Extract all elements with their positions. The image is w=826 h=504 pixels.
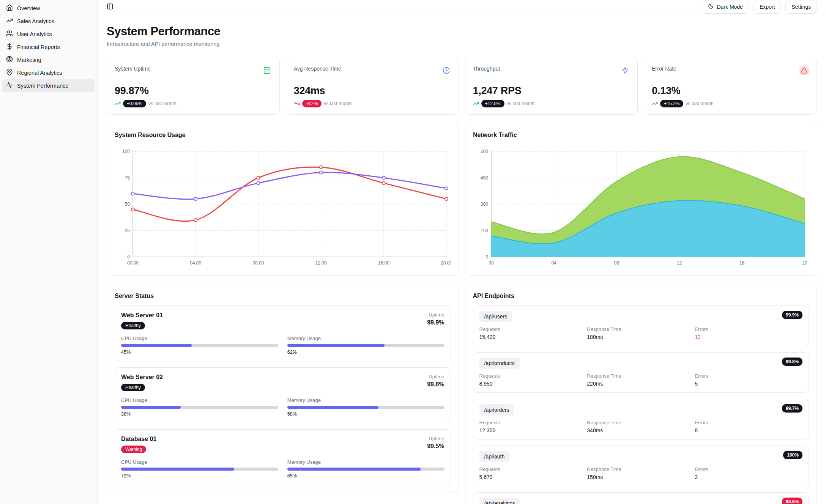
kpi-card: Throughput 1,247 RPS +12.5% vs last mont… bbox=[465, 58, 638, 115]
kpi-delta-row: +12.5% vs last month bbox=[473, 100, 630, 107]
requests-label: Requests bbox=[479, 326, 587, 332]
map-pin-icon bbox=[6, 69, 13, 76]
svg-text:0: 0 bbox=[127, 254, 130, 260]
server-status-badge: Warning bbox=[121, 446, 146, 453]
server-card-header: Database 01 Warning Uptime 99.5% bbox=[121, 436, 445, 453]
memory-usage-bar-fill bbox=[287, 406, 378, 409]
settings-button[interactable]: Settings bbox=[785, 0, 817, 14]
cpu-usage-label: CPU Usage bbox=[121, 459, 278, 465]
bottom-row: Server Status Web Server 01 Healthy Upti… bbox=[107, 285, 817, 504]
svg-text:08: 08 bbox=[614, 260, 620, 266]
sidebar-item-icon-wrap bbox=[6, 69, 13, 77]
sidebar-item-marketing[interactable]: Marketing bbox=[2, 54, 95, 66]
endpoint-card-header: /api/orders 99.7% bbox=[479, 404, 803, 416]
endpoint-list: /api/users 99.9% Requests 15,420 Respons… bbox=[473, 306, 809, 504]
server-metrics: CPU Usage 38% Memory Usage 58% bbox=[121, 397, 445, 417]
series-purple-line bbox=[131, 171, 448, 200]
endpoint-path: /api/products bbox=[479, 358, 520, 369]
app-root: Overview Sales Analytics User Analytics … bbox=[0, 0, 826, 504]
cpu-usage-bar-fill bbox=[121, 406, 181, 409]
topbar-actions: Dark Mode Export Settings bbox=[702, 0, 817, 14]
server-metrics: CPU Usage 72% Memory Usage 85% bbox=[121, 459, 445, 479]
svg-text:100: 100 bbox=[122, 149, 130, 154]
page-content: System Performance Infrastructure and AP… bbox=[98, 14, 826, 504]
sidebar-item-user-analytics[interactable]: User Analytics bbox=[2, 28, 95, 40]
dark-mode-label: Dark Mode bbox=[717, 4, 742, 10]
kpi-icon-wrap bbox=[799, 66, 809, 75]
sidebar-item-label: Regional Analytics bbox=[17, 70, 62, 76]
sidebar-item-icon-wrap bbox=[6, 30, 13, 38]
sidebar-item-label: User Analytics bbox=[17, 31, 52, 37]
endpoint-card-header: /api/products 99.8% bbox=[479, 358, 803, 369]
errors-label: Errors bbox=[695, 373, 802, 379]
svg-text:12: 12 bbox=[677, 260, 682, 266]
resource-usage-card: System Resource Usage 025507510000:0004:… bbox=[107, 124, 459, 276]
sidebar-item-sales-analytics[interactable]: Sales Analytics bbox=[2, 15, 95, 27]
resource-usage-chart-wrap: 025507510000:0004:0008:0012:0016:0020:00 bbox=[115, 147, 451, 271]
svg-text:20:00: 20:00 bbox=[441, 260, 451, 266]
dark-mode-button[interactable]: Dark Mode bbox=[702, 0, 749, 14]
kpi-card: Avg Response Time 324ms -8.2% vs last mo… bbox=[286, 58, 459, 115]
alert-triangle-icon bbox=[801, 67, 808, 74]
endpoint-stats: Requests 12,300 Response Time 340ms Erro… bbox=[479, 420, 803, 433]
memory-usage-bar-fill bbox=[287, 468, 421, 471]
endpoint-requests: Requests 5,670 bbox=[479, 466, 587, 480]
endpoint-status-badge: 100% bbox=[783, 451, 802, 459]
server-name: Web Server 01 bbox=[121, 312, 163, 319]
sidebar-toggle-button[interactable] bbox=[107, 3, 113, 11]
memory-usage-percent: 85% bbox=[287, 473, 445, 479]
memory-usage-metric: Memory Usage 62% bbox=[287, 335, 445, 355]
export-label: Export bbox=[760, 4, 775, 10]
server-card: Database 01 Warning Uptime 99.5% CPU Usa… bbox=[115, 429, 451, 485]
kpi-card-header: Error Rate bbox=[652, 66, 809, 75]
memory-usage-metric: Memory Usage 85% bbox=[287, 459, 445, 479]
server-icon bbox=[263, 67, 271, 74]
endpoint-card: /api/users 99.9% Requests 15,420 Respons… bbox=[473, 306, 809, 346]
cpu-usage-percent: 38% bbox=[121, 411, 278, 417]
kpi-value: 99.87% bbox=[115, 85, 272, 97]
page-subtitle: Infrastructure and API performance monit… bbox=[107, 41, 817, 47]
response-time-value: 150ms bbox=[587, 474, 695, 480]
kpi-delta-note: vs last month bbox=[507, 101, 535, 106]
sidebar-item-label: System Performance bbox=[17, 83, 68, 89]
trending-up-icon bbox=[473, 101, 479, 107]
kpi-delta-row: -8.2% vs last month bbox=[294, 100, 451, 107]
response-time-value: 340ms bbox=[587, 427, 695, 433]
server-uptime-block: Uptime 99.5% bbox=[427, 436, 444, 453]
svg-text:16: 16 bbox=[739, 260, 745, 266]
server-card-header: Web Server 02 Healthy Uptime 99.8% bbox=[121, 374, 445, 391]
kpi-card: System Uptime 99.87% +0.05% vs last mont… bbox=[107, 58, 280, 115]
sidebar-item-system-performance[interactable]: System Performance bbox=[2, 79, 95, 92]
kpi-delta-badge: -8.2% bbox=[302, 100, 322, 107]
settings-label: Settings bbox=[791, 4, 811, 10]
sidebar-item-financial-reports[interactable]: Financial Reports bbox=[2, 41, 95, 53]
server-uptime-block: Uptime 99.9% bbox=[427, 312, 444, 329]
svg-text:0: 0 bbox=[486, 254, 488, 260]
sidebar-item-regional-analytics[interactable]: Regional Analytics bbox=[2, 66, 95, 79]
endpoint-card-header: /api/auth 100% bbox=[479, 451, 803, 462]
server-list: Web Server 01 Healthy Uptime 99.9% CPU U… bbox=[115, 306, 451, 485]
svg-text:04:00: 04:00 bbox=[190, 260, 201, 266]
kpi-delta-row: +0.05% vs last month bbox=[115, 100, 272, 107]
export-button[interactable]: Export bbox=[753, 0, 781, 14]
memory-usage-bar-track bbox=[287, 344, 445, 347]
svg-text:08:00: 08:00 bbox=[252, 260, 264, 266]
endpoint-status-badge: 99.7% bbox=[782, 404, 802, 413]
requests-value: 5,670 bbox=[479, 474, 587, 480]
sidebar-item-icon-wrap bbox=[6, 56, 13, 64]
svg-text:04: 04 bbox=[552, 260, 557, 266]
server-metrics: CPU Usage 45% Memory Usage 62% bbox=[121, 335, 445, 355]
trending-up-icon bbox=[652, 101, 658, 107]
svg-text:450: 450 bbox=[481, 175, 488, 181]
endpoint-path: /api/auth bbox=[479, 451, 510, 462]
sidebar-item-overview[interactable]: Overview bbox=[2, 2, 95, 14]
endpoint-errors: Errors 5 bbox=[695, 373, 802, 387]
page-title: System Performance bbox=[107, 25, 817, 38]
endpoint-card-header: /api/analytics 98.5% bbox=[479, 498, 803, 504]
server-uptime-value: 99.8% bbox=[427, 381, 444, 388]
panel-left-icon bbox=[107, 3, 113, 11]
kpi-label: Throughput bbox=[473, 66, 500, 72]
server-uptime-value: 99.9% bbox=[427, 319, 444, 326]
server-name: Web Server 02 bbox=[121, 374, 163, 381]
cpu-usage-bar-track bbox=[121, 468, 278, 471]
